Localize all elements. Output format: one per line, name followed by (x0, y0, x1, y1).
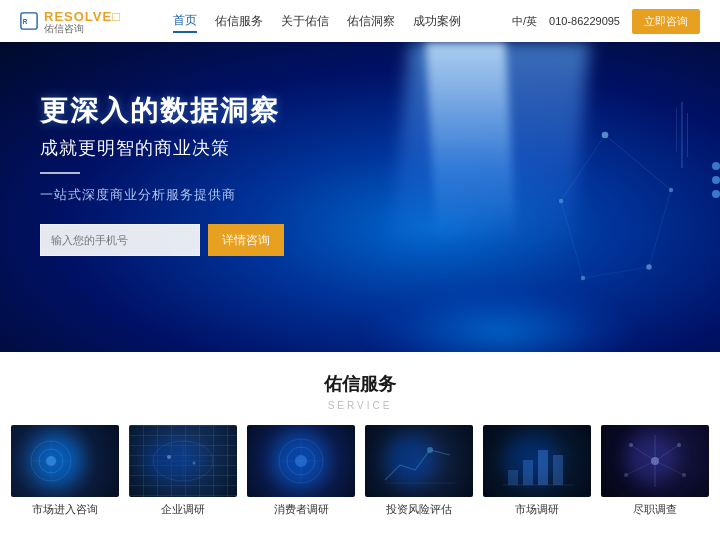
svg-line-5 (561, 201, 583, 278)
service-card-0[interactable]: 市场进入咨询 (11, 425, 119, 517)
logo: R RESOLVE□ 佑信咨询 (20, 9, 121, 34)
service-card-3[interactable]: 投资风险评估 (365, 425, 473, 517)
hero-subtitle: 一站式深度商业分析服务提供商 (40, 186, 284, 204)
svg-point-7 (602, 132, 609, 139)
section-subtitle: SERVICE (20, 400, 700, 411)
svg-point-44 (677, 443, 681, 447)
svg-line-3 (649, 190, 671, 267)
service-img-2 (247, 425, 355, 497)
hero-content: 更深入的数据洞察 成就更明智的商业决策 一站式深度商业分析服务提供商 详情咨询 (40, 92, 284, 256)
side-dot-2 (712, 176, 720, 184)
svg-point-30 (427, 447, 433, 453)
svg-line-4 (561, 135, 605, 201)
logo-icon: R (20, 12, 38, 30)
svg-point-42 (651, 457, 659, 465)
service-img-1 (129, 425, 237, 497)
hero-title-2: 成就更明智的商业决策 (40, 136, 284, 160)
logo-resolve: RESOLVE□ (44, 9, 121, 24)
hero-section: 更深入的数据洞察 成就更明智的商业决策 一站式深度商业分析服务提供商 详情咨询 (0, 42, 720, 352)
service-img-5 (601, 425, 709, 497)
svg-point-46 (682, 473, 686, 477)
svg-point-45 (624, 473, 628, 477)
service-img-0 (11, 425, 119, 497)
consult-button[interactable]: 立即咨询 (632, 9, 700, 34)
svg-text:R: R (23, 18, 28, 25)
service-label-3: 投资风险评估 (365, 502, 473, 517)
section-title: 佑信服务 (20, 372, 700, 396)
service-img-3 (365, 425, 473, 497)
header-right: 中/英 010-86229095 立即咨询 (512, 9, 700, 34)
svg-rect-35 (553, 455, 563, 485)
service-label-1: 企业调研 (129, 502, 237, 517)
logo-sub: 佑信咨询 (44, 24, 121, 34)
svg-line-40 (626, 461, 655, 475)
nav-item-about[interactable]: 关于佑信 (281, 11, 329, 32)
svg-line-6 (583, 267, 649, 278)
header: R RESOLVE□ 佑信咨询 首页 佑信服务 关于佑信 佑信洞察 成功案例 中… (0, 0, 720, 42)
main-nav: 首页 佑信服务 关于佑信 佑信洞察 成功案例 (173, 10, 461, 33)
service-label-4: 市场调研 (483, 502, 591, 517)
nav-item-service[interactable]: 佑信服务 (215, 11, 263, 32)
svg-rect-32 (508, 470, 518, 485)
service-card-4[interactable]: 市场调研 (483, 425, 591, 517)
svg-rect-33 (523, 460, 533, 485)
phone-number: 010-86229095 (549, 15, 620, 27)
svg-point-9 (646, 264, 652, 270)
service-card-5[interactable]: 尽职调查 (601, 425, 709, 517)
logo-text: RESOLVE□ 佑信咨询 (44, 9, 121, 34)
service-card-2[interactable]: 消费者调研 (247, 425, 355, 517)
hero-divider (40, 172, 80, 174)
services-section: 佑信服务 SERVICE 市场进入咨询 (0, 352, 720, 533)
lang-switch[interactable]: 中/英 (512, 14, 537, 29)
nav-item-cases[interactable]: 成功案例 (413, 11, 461, 32)
side-dot-1 (712, 162, 720, 170)
svg-point-43 (629, 443, 633, 447)
service-label-0: 市场进入咨询 (11, 502, 119, 517)
service-card-1[interactable]: 企业调研 (129, 425, 237, 517)
svg-point-11 (581, 276, 585, 280)
service-label-5: 尽职调查 (601, 502, 709, 517)
side-indicators (712, 162, 720, 198)
hero-particles (495, 102, 715, 322)
svg-rect-34 (538, 450, 548, 485)
hero-title-1: 更深入的数据洞察 (40, 92, 284, 130)
nav-item-home[interactable]: 首页 (173, 10, 197, 33)
nav-item-insights[interactable]: 佑信洞察 (347, 11, 395, 32)
phone-input[interactable] (40, 224, 200, 256)
side-dot-3 (712, 190, 720, 198)
hero-consult-button[interactable]: 详情咨询 (208, 224, 284, 256)
svg-point-8 (669, 188, 673, 192)
svg-line-2 (605, 135, 671, 190)
service-label-2: 消费者调研 (247, 502, 355, 517)
section-title-text: 佑信服务 (324, 374, 396, 394)
services-grid: 市场进入咨询 企业调研 (20, 425, 700, 517)
svg-line-38 (631, 445, 655, 461)
svg-point-10 (559, 199, 563, 203)
svg-point-24 (193, 462, 196, 465)
hero-form: 详情咨询 (40, 224, 284, 256)
svg-line-41 (655, 461, 684, 475)
service-img-4 (483, 425, 591, 497)
svg-point-23 (167, 455, 171, 459)
svg-line-39 (655, 445, 679, 461)
